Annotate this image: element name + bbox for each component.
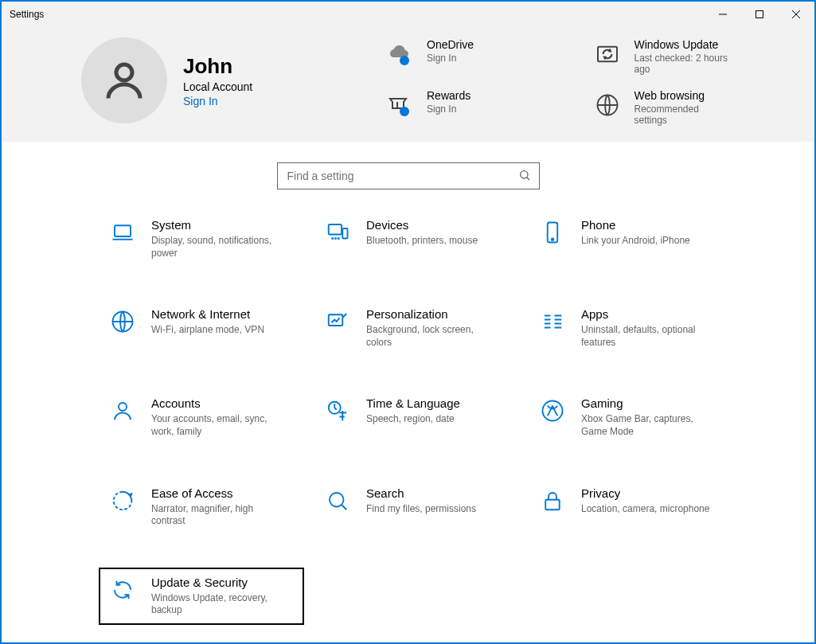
category-title: Accounts xyxy=(151,396,287,410)
minimize-button[interactable] xyxy=(705,2,741,27)
svg-rect-8 xyxy=(329,224,342,235)
svg-point-10 xyxy=(332,238,333,239)
search-input[interactable] xyxy=(286,169,518,183)
window-title: Settings xyxy=(10,9,44,20)
category-title: Personalization xyxy=(366,307,502,321)
rewards-icon xyxy=(384,89,416,121)
svg-point-6 xyxy=(520,170,527,178)
svg-rect-21 xyxy=(545,499,560,509)
svg-rect-3 xyxy=(598,47,617,62)
gaming-icon xyxy=(538,396,567,425)
tile-title: Web browsing xyxy=(634,89,722,102)
tile-title: Windows Update xyxy=(634,38,730,51)
account-name: John xyxy=(183,54,252,79)
category-devices[interactable]: DevicesBluetooth, printers, mouse xyxy=(317,213,516,264)
devices-icon xyxy=(323,218,352,247)
lock-icon xyxy=(538,486,567,515)
category-apps[interactable]: AppsUninstall, defaults, optional featur… xyxy=(532,302,731,353)
tile-windows-update[interactable]: Windows Update Last checked: 2 hours ago xyxy=(592,38,783,75)
category-sub: Bluetooth, printers, mouse xyxy=(366,235,478,248)
category-sub: Background, lock screen, colors xyxy=(366,324,502,349)
tile-title: Rewards xyxy=(427,89,470,102)
category-sub: Your accounts, email, sync, work, family xyxy=(151,413,287,438)
category-sub: Find my files, permissions xyxy=(366,503,476,516)
tile-sub: Sign In xyxy=(427,103,470,115)
svg-rect-0 xyxy=(756,11,763,18)
category-privacy[interactable]: PrivacyLocation, camera, microphone xyxy=(532,482,731,533)
titlebar: Settings xyxy=(2,2,814,27)
category-title: Devices xyxy=(366,218,478,232)
accounts-icon xyxy=(108,396,137,425)
ease-icon xyxy=(108,486,137,515)
update-icon xyxy=(592,38,623,70)
category-title: Network & Internet xyxy=(151,307,264,321)
search-icon xyxy=(323,486,352,515)
account-panel[interactable]: John Local Account Sign In xyxy=(81,35,368,126)
category-phone[interactable]: PhoneLink your Android, iPhone xyxy=(532,213,731,264)
category-title: Phone xyxy=(581,218,690,232)
category-sub: Xbox Game Bar, captures, Game Mode xyxy=(581,413,716,438)
category-sub: Uninstall, defaults, optional features xyxy=(581,324,716,349)
globe-icon xyxy=(108,307,137,336)
svg-point-4 xyxy=(400,107,409,116)
close-button[interactable] xyxy=(778,2,814,27)
category-gaming[interactable]: GamingXbox Game Bar, captures, Game Mode xyxy=(532,392,731,443)
maximize-button[interactable] xyxy=(741,2,778,27)
svg-point-1 xyxy=(116,64,132,80)
category-sub: Display, sound, notifications, power xyxy=(151,235,287,260)
sync-icon xyxy=(108,576,137,604)
tile-onedrive[interactable]: OneDrive Sign In xyxy=(384,38,576,75)
category-ease-of-access[interactable]: Ease of AccessNarrator, magnifier, high … xyxy=(102,482,301,533)
apps-icon xyxy=(538,307,567,336)
svg-rect-7 xyxy=(115,225,131,236)
laptop-icon xyxy=(108,218,137,247)
svg-point-20 xyxy=(330,493,344,507)
tile-sub: Recommended settings xyxy=(634,103,722,126)
category-personalization[interactable]: PersonalizationBackground, lock screen, … xyxy=(317,302,516,353)
category-title: Ease of Access xyxy=(151,486,287,500)
svg-point-14 xyxy=(552,239,554,241)
time-language-icon xyxy=(323,396,352,425)
category-search[interactable]: SearchFind my files, permissions xyxy=(317,482,516,533)
category-system[interactable]: SystemDisplay, sound, notifications, pow… xyxy=(102,213,301,264)
category-sub: Wi-Fi, airplane mode, VPN xyxy=(151,324,264,337)
category-title: Gaming xyxy=(581,396,716,410)
svg-point-11 xyxy=(335,238,336,239)
category-update-security[interactable]: Update & SecurityWindows Update, recover… xyxy=(102,571,301,622)
category-title: System xyxy=(151,218,287,232)
tile-web-browsing[interactable]: Web browsing Recommended settings xyxy=(592,89,783,126)
settings-window: Settings John Local Acco xyxy=(0,0,816,644)
svg-point-2 xyxy=(400,56,409,65)
svg-point-12 xyxy=(338,238,339,239)
tile-title: OneDrive xyxy=(427,38,474,51)
category-sub: Location, camera, microphone xyxy=(581,503,709,516)
svg-point-19 xyxy=(543,401,563,421)
categories-grid: SystemDisplay, sound, notifications, pow… xyxy=(2,213,814,622)
category-time-language[interactable]: Time & LanguageSpeech, region, date xyxy=(317,392,516,443)
category-sub: Narrator, magnifier, high contrast xyxy=(151,503,287,528)
category-accounts[interactable]: AccountsYour accounts, email, sync, work… xyxy=(102,392,301,443)
tile-rewards[interactable]: Rewards Sign In xyxy=(384,89,576,126)
cloud-icon xyxy=(384,38,416,70)
search-box[interactable] xyxy=(277,162,540,189)
search-icon xyxy=(518,169,531,184)
category-title: Time & Language xyxy=(366,396,460,410)
account-signin-link[interactable]: Sign In xyxy=(183,95,252,107)
tile-sub: Last checked: 2 hours ago xyxy=(634,53,730,75)
category-sub: Speech, region, date xyxy=(366,413,460,426)
category-title: Apps xyxy=(581,307,716,321)
tile-sub: Sign In xyxy=(427,53,474,64)
window-controls xyxy=(705,2,814,27)
svg-rect-9 xyxy=(342,228,347,239)
account-type: Local Account xyxy=(183,80,252,93)
header: John Local Account Sign In OneDrive Sign… xyxy=(2,27,814,142)
phone-icon xyxy=(538,218,567,247)
category-sub: Windows Update, recovery, backup xyxy=(151,592,287,617)
header-tiles: OneDrive Sign In Windows Update Last che… xyxy=(384,35,783,126)
category-title: Search xyxy=(366,486,476,500)
category-sub: Link your Android, iPhone xyxy=(581,235,690,248)
category-title: Privacy xyxy=(581,486,709,500)
category-title: Update & Security xyxy=(151,576,287,589)
svg-point-17 xyxy=(119,403,127,411)
category-network[interactable]: Network & InternetWi-Fi, airplane mode, … xyxy=(102,302,301,353)
